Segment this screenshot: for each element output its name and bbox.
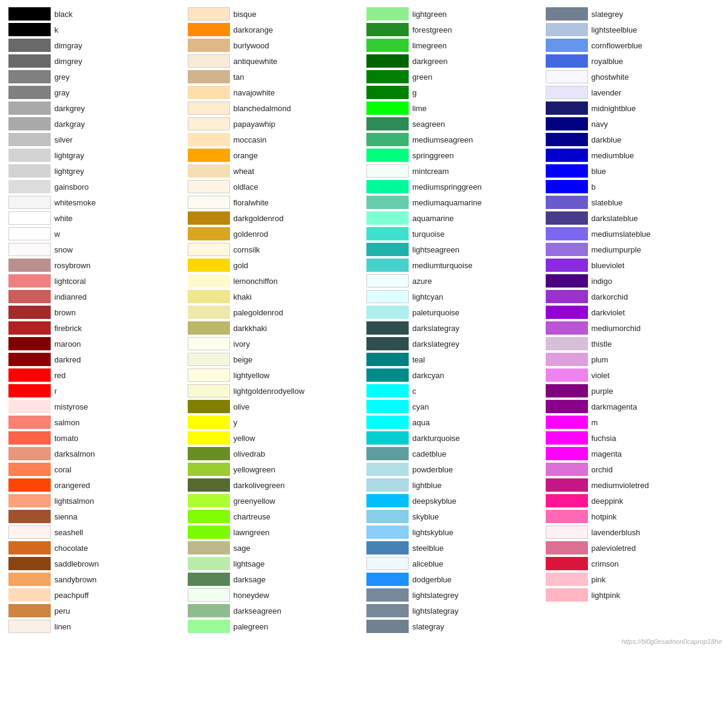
color-row: deeppink xyxy=(543,493,723,509)
swatch-mediumvioletred xyxy=(546,478,588,492)
color-row: palegreen xyxy=(185,619,365,634)
color-row: darksalmon xyxy=(6,446,185,461)
color-label-cornflowerblue: cornflowerblue xyxy=(592,41,643,50)
color-label-olivedrab: olivedrab xyxy=(234,449,266,458)
swatch-violet xyxy=(546,368,588,382)
color-row: forestgreen xyxy=(364,22,543,37)
swatch-lightyellow xyxy=(188,368,230,382)
color-row: bisque xyxy=(185,6,365,22)
color-label-black: black xyxy=(54,10,72,19)
swatch-darksalmon xyxy=(8,447,51,460)
color-row: darkgrey xyxy=(6,100,185,116)
swatch-rosybrown xyxy=(8,259,51,272)
color-label-sage: sage xyxy=(234,544,251,553)
swatch-black xyxy=(8,7,51,21)
color-label-magenta: magenta xyxy=(592,449,622,458)
color-label-greenyellow: greenyellow xyxy=(234,497,275,506)
color-row: darkblue xyxy=(543,132,723,147)
swatch-paleturquoise xyxy=(366,306,409,319)
color-label-darkorchid: darkorchid xyxy=(592,292,628,301)
color-row: navajowhite xyxy=(185,85,365,100)
color-label-blue: blue xyxy=(592,167,607,176)
color-row: skyblue xyxy=(364,509,543,524)
swatch-lightsteelblue xyxy=(546,23,588,36)
swatch-lightsalmon xyxy=(8,494,51,507)
color-label-linen: linen xyxy=(54,622,71,631)
color-row: sage xyxy=(185,540,365,556)
color-label-red: red xyxy=(54,371,66,380)
color-row: navy xyxy=(543,116,723,132)
color-label-teal: teal xyxy=(412,355,425,364)
color-row: tomato xyxy=(6,430,185,446)
swatch-maroon xyxy=(8,337,51,350)
swatch-darksage xyxy=(188,573,230,586)
color-label-whitesmoke: whitesmoke xyxy=(54,198,96,207)
swatch-wheat xyxy=(188,164,230,178)
swatch-linen xyxy=(8,620,51,633)
swatch-lightgoldenrodyellow xyxy=(188,384,230,397)
color-label-goldenrod: goldenrod xyxy=(234,230,269,239)
swatch-cornsilk xyxy=(188,243,230,256)
color-label-seashell: seashell xyxy=(54,528,83,537)
swatch-m xyxy=(546,416,588,429)
color-label-cornsilk: cornsilk xyxy=(234,245,260,254)
color-row: deepskyblue xyxy=(364,493,543,509)
color-row: steelblue xyxy=(364,540,543,556)
color-label-gold: gold xyxy=(234,261,249,270)
color-label-lightcyan: lightcyan xyxy=(412,292,443,301)
swatch-darkslateblue xyxy=(546,211,588,225)
swatch-darkmagenta xyxy=(546,400,588,413)
color-label-palegreen: palegreen xyxy=(234,622,269,631)
swatch-purple xyxy=(546,384,588,397)
color-label-antiquewhite: antiquewhite xyxy=(234,57,278,66)
color-label-firebrick: firebrick xyxy=(54,324,82,333)
color-row: darkolivegreen xyxy=(185,477,365,493)
color-row: magenta xyxy=(543,446,723,461)
color-label-mediumslateblue: mediumslateblue xyxy=(592,230,651,239)
color-row: sandybrown xyxy=(6,571,185,587)
color-label-lavenderblush: lavenderblush xyxy=(592,528,640,537)
color-label-blanchedalmond: blanchedalmond xyxy=(234,104,291,113)
color-row: ghostwhite xyxy=(543,69,723,85)
swatch-darkturquoise xyxy=(366,431,409,445)
swatch-w xyxy=(8,227,51,240)
swatch-peachpuff xyxy=(8,588,51,602)
color-row: purple xyxy=(543,383,723,399)
color-label-yellowgreen: yellowgreen xyxy=(234,465,275,474)
color-label-lightslategray: lightslategray xyxy=(412,606,459,616)
color-label-lightsage: lightsage xyxy=(234,559,265,568)
swatch-greenyellow xyxy=(188,494,230,507)
swatch-lime xyxy=(366,101,409,115)
color-row: mediumaquamarine xyxy=(364,195,543,210)
color-row: lightcyan xyxy=(364,289,543,304)
color-row: darkorange xyxy=(185,22,365,37)
color-label-pink: pink xyxy=(592,575,606,584)
swatch-indianred xyxy=(8,290,51,303)
color-label-crimson: crimson xyxy=(592,559,619,568)
swatch-r xyxy=(8,384,51,397)
swatch-burlywood xyxy=(188,39,230,52)
color-row: palevioletred xyxy=(543,540,723,556)
color-row: mediumvioletred xyxy=(543,477,723,493)
swatch-magenta xyxy=(546,447,588,460)
color-row: blue xyxy=(543,163,723,179)
color-row: fuchsia xyxy=(543,430,723,446)
color-label-springgreen: springgreen xyxy=(412,151,454,160)
color-label-mintcream: mintcream xyxy=(412,167,449,176)
swatch-tan xyxy=(188,70,230,83)
color-row: wheat xyxy=(185,163,365,179)
swatch-lightgreen xyxy=(366,7,409,21)
swatch-mediumaquamarine xyxy=(366,196,409,209)
color-row: turquoise xyxy=(364,226,543,242)
color-label-lightgoldenrodyellow: lightgoldenrodyellow xyxy=(234,387,305,396)
color-label-mediumvioletred: mediumvioletred xyxy=(592,481,649,490)
color-label-peru: peru xyxy=(54,606,70,616)
color-label-oldlace: oldlace xyxy=(234,182,258,191)
color-label-violet: violet xyxy=(592,371,610,380)
color-row: darkseagreen xyxy=(185,603,365,619)
color-row: gray xyxy=(6,85,185,100)
swatch-darkgray xyxy=(8,117,51,130)
color-label-k: k xyxy=(54,25,59,34)
color-label-lightseagreen: lightseagreen xyxy=(412,245,459,254)
color-row: orange xyxy=(185,147,365,163)
